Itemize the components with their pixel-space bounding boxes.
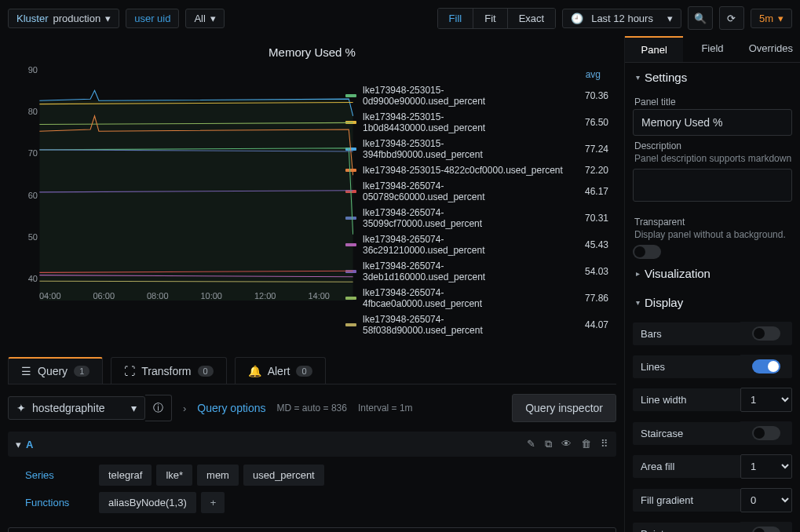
user-uid-label: user uid xyxy=(134,13,170,24)
legend-row[interactable]: lke173948-265074-58f038d90000.used_perce… xyxy=(345,312,608,338)
legend-col-avg[interactable]: avg xyxy=(586,69,601,80)
staircase-toggle[interactable] xyxy=(752,426,780,440)
lines-label: Lines xyxy=(633,355,740,378)
bell-icon: 🔔 xyxy=(248,365,261,377)
series-avg: 45.43 xyxy=(569,239,608,250)
side-tab-overrides[interactable]: Overrides xyxy=(742,36,800,62)
bars-toggle[interactable] xyxy=(752,326,780,341)
series-avg: 44.07 xyxy=(569,319,608,330)
eye-icon[interactable]: 👁 xyxy=(561,438,572,450)
section-visualization[interactable]: ▸Visualization xyxy=(633,259,792,288)
series-avg: 77.86 xyxy=(569,293,608,304)
fill-gradient-select[interactable]: 0 xyxy=(740,488,792,512)
lines-toggle[interactable] xyxy=(752,359,780,373)
add-function-button[interactable]: + xyxy=(201,492,225,513)
series-name: lke173948-265074-050789c60000.used_perce… xyxy=(363,180,563,202)
series-label: Series xyxy=(25,469,94,481)
chevron-down-icon: ▾ xyxy=(636,298,640,307)
drag-icon[interactable]: ⠿ xyxy=(601,438,608,450)
view-fill[interactable]: Fill xyxy=(438,9,473,28)
series-name: lke173948-253015-394fbbd90000.used_perce… xyxy=(363,138,563,160)
tab-alert[interactable]: 🔔 Alert 0 xyxy=(235,357,326,384)
refresh-button[interactable]: ⟳ xyxy=(719,6,744,30)
panel-title-input[interactable] xyxy=(633,109,792,136)
staircase-label: Staircase xyxy=(633,422,740,445)
area-fill-label: Area fill xyxy=(633,455,740,478)
zoom-out-button[interactable]: 🔍 xyxy=(688,6,713,30)
chevron-down-icon: ▾ xyxy=(131,402,137,414)
series-name: lke173948-265074-35099cf70000.used_perce… xyxy=(363,207,563,229)
series-name: lke173948-265074-3deb1d160000.used_perce… xyxy=(363,261,563,282)
tab-query[interactable]: ☰ Query 1 xyxy=(8,357,103,384)
tab-transform[interactable]: ⛶ Transform 0 xyxy=(111,357,226,384)
query-md: MD = auto = 836 xyxy=(277,403,347,414)
x-axis-ticks: 04:0006:0008:0010:0012:0014:00 xyxy=(39,291,330,301)
legend-row[interactable]: lke173948-265074-3deb1d160000.used_perce… xyxy=(345,258,608,285)
add-query-button[interactable]: + Query xyxy=(8,527,616,532)
legend-row[interactable]: lke173948-253015-0d9900e90000.used_perce… xyxy=(345,82,608,109)
chevron-down-icon: ▾ xyxy=(636,73,640,82)
zoom-out-icon: 🔍 xyxy=(694,13,707,24)
legend-row[interactable]: lke173948-253015-4822c0cf0000.used_perce… xyxy=(345,162,608,178)
copy-icon[interactable]: ⧉ xyxy=(545,438,552,450)
line-width-label: Line width xyxy=(633,388,740,411)
line-width-select[interactable]: 1 xyxy=(740,388,792,412)
chevron-down-icon: ▾ xyxy=(667,13,673,24)
datasource-icon: ✦ xyxy=(16,402,26,414)
legend-row[interactable]: lke173948-265074-4fbcae0a0000.used_perce… xyxy=(345,285,608,312)
side-tab-field[interactable]: Field xyxy=(683,36,741,62)
panel-title-label: Panel title xyxy=(633,92,792,109)
legend: avg lke173948-253015-0d9900e90000.used_p… xyxy=(345,65,608,338)
user-uid-var[interactable]: user uid xyxy=(126,9,179,28)
series-name: lke173948-265074-4fbcae0a0000.used_perce… xyxy=(363,287,563,309)
chevron-down-icon: ▾ xyxy=(16,439,21,450)
transform-count: 0 xyxy=(198,366,214,377)
series-avg: 54.03 xyxy=(569,266,608,277)
chevron-down-icon: ▾ xyxy=(105,13,111,24)
clock-icon: 🕘 xyxy=(571,13,583,24)
query-options-toggle[interactable]: Query options xyxy=(197,402,265,414)
function-seg[interactable]: aliasByNode(1,3) xyxy=(99,492,196,513)
trash-icon[interactable]: 🗑 xyxy=(581,438,591,450)
query-count: 1 xyxy=(74,366,89,377)
datasource-help[interactable]: ⓘ xyxy=(145,395,172,421)
transparent-toggle[interactable] xyxy=(633,245,661,259)
legend-row[interactable]: lke173948-265074-050789c60000.used_perce… xyxy=(345,178,608,205)
series-seg[interactable]: mem xyxy=(197,465,239,486)
edit-icon[interactable]: ✎ xyxy=(527,438,535,450)
series-seg[interactable]: lke* xyxy=(156,465,192,486)
series-seg[interactable]: telegraf xyxy=(99,465,152,486)
time-range-picker[interactable]: 🕘 Last 12 hours ▾ xyxy=(562,9,681,28)
legend-row[interactable]: lke173948-265074-36c291210000.used_perce… xyxy=(345,231,608,258)
view-fit[interactable]: Fit xyxy=(473,9,506,28)
legend-row[interactable]: lke173948-253015-394fbbd90000.used_perce… xyxy=(345,136,608,162)
datasource-select[interactable]: ✦ hostedgraphite ▾ xyxy=(8,396,145,420)
time-range-value: Last 12 hours xyxy=(591,13,653,24)
area-fill-select[interactable]: 1 xyxy=(740,454,792,479)
functions-label: Functions xyxy=(25,497,94,508)
view-mode-group: Fill Fit Exact xyxy=(437,8,557,29)
side-tab-panel[interactable]: Panel xyxy=(625,36,683,62)
user-uid-value-chip[interactable]: All ▾ xyxy=(185,9,224,28)
section-display[interactable]: ▾Display xyxy=(633,288,792,317)
refresh-interval[interactable]: 5m ▾ xyxy=(751,9,792,28)
section-settings[interactable]: ▾Settings xyxy=(633,63,792,92)
series-seg[interactable]: used_percent xyxy=(243,465,324,486)
view-exact[interactable]: Exact xyxy=(507,9,556,28)
legend-row[interactable]: lke173948-253015-1b0d84430000.used_perce… xyxy=(345,109,608,136)
info-icon: ⓘ xyxy=(153,401,163,415)
chart[interactable]: 908070605040 xyxy=(16,65,330,301)
description-input[interactable] xyxy=(633,169,792,202)
series-name: lke173948-253015-4822c0cf0000.used_perce… xyxy=(363,165,563,176)
legend-row[interactable]: lke173948-265074-35099cf70000.used_perce… xyxy=(345,205,608,231)
kluster-value: production xyxy=(53,13,100,24)
query-inspector-button[interactable]: Query inspector xyxy=(512,394,616,422)
fill-gradient-label: Fill gradient xyxy=(633,489,740,512)
query-row-header[interactable]: ▾ A ✎ ⧉ 👁 🗑 ⠿ xyxy=(8,432,616,457)
series-avg: 70.36 xyxy=(569,90,608,101)
alert-count: 0 xyxy=(296,366,312,377)
chevron-right-icon: ▸ xyxy=(636,269,640,278)
points-toggle[interactable] xyxy=(752,527,780,532)
kluster-var[interactable]: Kluster production ▾ xyxy=(8,9,119,28)
list-icon: ☰ xyxy=(21,365,31,377)
